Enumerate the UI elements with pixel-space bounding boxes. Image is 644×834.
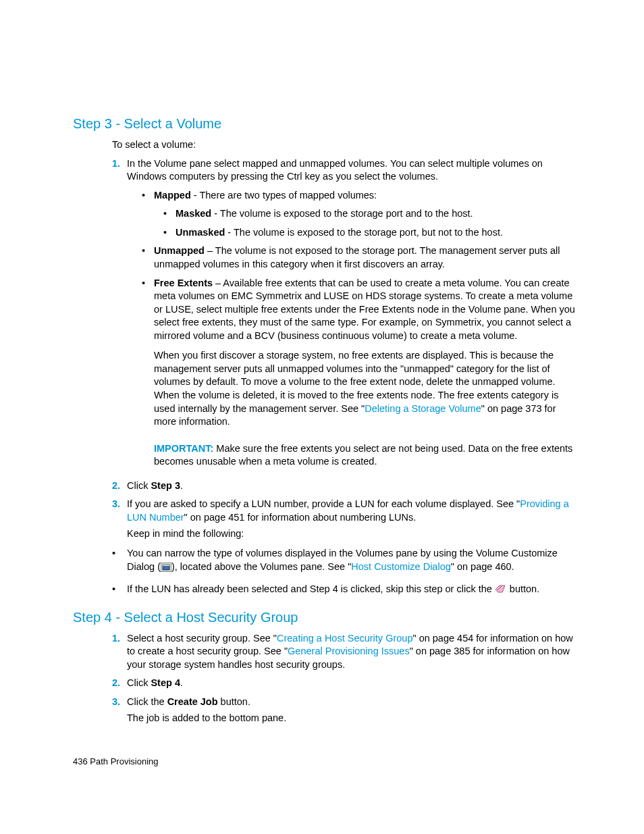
step-label: Step 3 xyxy=(151,480,180,491)
page-footer: 436 Path Provisioning xyxy=(73,756,576,768)
body-text: - The volume is exposed to the storage p… xyxy=(225,227,503,238)
body-text: Select a host security group. See " xyxy=(127,633,277,644)
bullet-icon: • xyxy=(142,189,154,240)
svg-marker-3 xyxy=(495,585,505,592)
body-text: " on page 460. xyxy=(451,561,514,572)
list-item: 3. If you are asked to specify a LUN num… xyxy=(112,498,576,540)
body-text: . xyxy=(180,480,183,491)
term-label: Unmasked xyxy=(176,227,225,238)
button-label: Create Job xyxy=(167,696,218,707)
term-label: Free Extents xyxy=(154,278,213,288)
svg-rect-2 xyxy=(163,565,169,566)
important-label: IMPORTANT: xyxy=(154,443,213,454)
bullet-icon: • xyxy=(163,207,176,221)
bullet-icon: • xyxy=(112,547,127,573)
step-label: Step 4 xyxy=(151,677,180,688)
list-item: 2. Click Step 3. xyxy=(112,479,576,493)
list-item: 2. Click Step 4. xyxy=(112,677,576,690)
body-text: - The volume is exposed to the storage p… xyxy=(211,208,473,219)
link-creating-host-security-group[interactable]: Creating a Host Security Group xyxy=(277,633,412,644)
list-item: 1. In the Volume pane select mapped and … xyxy=(112,157,576,469)
list-number: 2. xyxy=(112,677,127,690)
list-number: 1. xyxy=(112,632,127,672)
link-host-customize-dialog[interactable]: Host Customize Dialog xyxy=(351,561,450,572)
bullet-icon: • xyxy=(163,226,176,240)
body-text: – Available free extents that can be use… xyxy=(154,278,575,341)
body-text: Make sure the free extents you select ar… xyxy=(154,443,572,467)
body-text: ), located above the Volumes pane. See " xyxy=(171,561,351,572)
list-item: • Free Extents – Available free extents … xyxy=(142,277,576,469)
link-deleting-storage-volume[interactable]: Deleting a Storage Volume xyxy=(365,403,481,414)
document-page: Step 3 - Select a Volume To select a vol… xyxy=(0,0,644,808)
step3-heading: Step 3 - Select a Volume xyxy=(73,115,576,133)
bullet-icon: • xyxy=(142,244,154,271)
body-text: " on page 451 for information about numb… xyxy=(184,512,417,523)
list-number: 3. xyxy=(112,498,127,540)
list-item: • If the LUN has already been selected a… xyxy=(112,583,576,596)
body-text: When you first discover a storage system… xyxy=(154,349,576,428)
list-number: 3. xyxy=(112,696,127,725)
list-item: • You can narrow the type of volumes dis… xyxy=(112,547,576,573)
link-general-provisioning-issues[interactable]: General Provisioning Issues xyxy=(288,646,410,656)
body-text: button. xyxy=(218,696,250,707)
list-item: • Unmasked - The volume is exposed to th… xyxy=(163,226,503,240)
important-note: IMPORTANT: Make sure the free extents yo… xyxy=(154,442,576,469)
page-number: 436 xyxy=(73,756,88,766)
body-text: - There are two types of mapped volumes: xyxy=(191,190,377,201)
list-item: • Unmapped – The volume is not exposed t… xyxy=(142,244,576,271)
customize-dialog-icon xyxy=(161,563,171,572)
body-text: button. xyxy=(507,583,539,594)
body-text: If you are asked to specify a LUN number… xyxy=(127,498,520,509)
list-number: 2. xyxy=(112,479,127,493)
term-label: Masked xyxy=(176,208,211,219)
body-text: If the LUN has already been selected and… xyxy=(127,583,495,594)
bullet-icon: • xyxy=(112,583,127,596)
body-text: The job is added to the bottom pane. xyxy=(127,712,576,725)
body-text: Click xyxy=(127,677,151,688)
body-text: In the Volume pane select mapped and unm… xyxy=(127,158,543,182)
term-label: Unmapped xyxy=(154,245,205,256)
body-text: . xyxy=(180,677,183,688)
list-item: • Masked - The volume is exposed to the … xyxy=(163,207,503,221)
body-text: Click xyxy=(127,480,151,491)
body-text: Keep in mind the following: xyxy=(127,527,576,541)
section-name: Path Provisioning xyxy=(88,756,159,766)
body-text: – The volume is not exposed to the stora… xyxy=(154,245,560,269)
term-label: Mapped xyxy=(154,190,191,201)
eraser-icon xyxy=(495,585,507,594)
list-item: 3. Click the Create Job button. The job … xyxy=(112,696,576,725)
step4-heading: Step 4 - Select a Host Security Group xyxy=(73,608,576,627)
list-number: 1. xyxy=(112,157,127,469)
step3-intro: To select a volume: xyxy=(112,138,576,152)
list-item: • Mapped - There are two types of mapped… xyxy=(142,189,576,240)
bullet-icon: • xyxy=(142,277,154,469)
body-text: Click the xyxy=(127,696,167,707)
list-item: 1. Select a host security group. See "Cr… xyxy=(112,632,576,672)
